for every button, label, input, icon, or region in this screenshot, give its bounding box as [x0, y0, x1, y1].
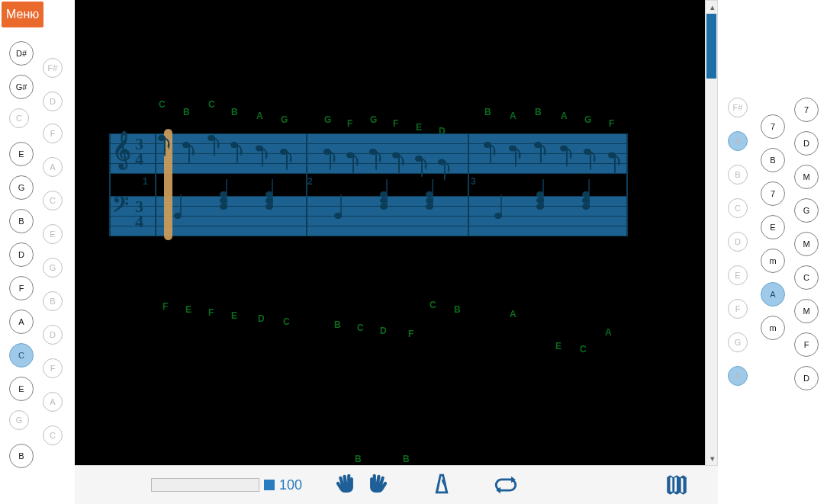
svg-point-30	[416, 156, 423, 162]
bottom-toolbar: 100	[75, 465, 718, 504]
svg-point-96	[537, 204, 544, 210]
svg-point-45	[561, 146, 568, 151]
staff-system-1: 𝄞 𝄢 3 4 3 4 1 2 3	[109, 133, 628, 248]
left-key-G[interactable]: G	[9, 175, 34, 200]
right-key-D[interactable]: D	[728, 232, 748, 252]
note-letter: F	[408, 329, 414, 339]
right-key-G[interactable]: G	[794, 198, 819, 223]
tempo-indicator-icon	[264, 480, 275, 490]
loop-button[interactable]	[493, 472, 519, 498]
left-key-alt-A[interactable]: A	[43, 392, 63, 412]
svg-point-15	[281, 149, 288, 155]
note-letter: D	[258, 313, 265, 324]
note-letter: B	[231, 107, 238, 117]
right-key-A[interactable]: A	[761, 282, 785, 307]
svg-point-36	[484, 143, 491, 148]
left-key-Gsharp[interactable]: G#	[9, 75, 34, 99]
metronome-button[interactable]	[429, 472, 455, 498]
left-key-G[interactable]: G	[9, 410, 29, 430]
vertical-scrollbar[interactable]: ▴ ▾	[705, 0, 718, 466]
view-mode-button[interactable]	[664, 472, 690, 498]
right-key-B[interactable]: B	[761, 148, 785, 172]
svg-point-89	[426, 198, 433, 204]
scrollbar-thumb[interactable]	[706, 14, 716, 79]
right-key-C[interactable]: C	[728, 198, 748, 218]
tempo-value: 100	[279, 477, 302, 493]
right-key-7[interactable]: 7	[761, 114, 785, 139]
right-key-A[interactable]: A	[728, 366, 748, 386]
menu-button[interactable]: Меню	[2, 2, 43, 27]
left-key-E[interactable]: E	[9, 142, 34, 166]
svg-point-0	[159, 136, 166, 141]
left-key-C[interactable]: C	[9, 343, 34, 368]
left-key-alt-C[interactable]: C	[43, 191, 63, 210]
right-key-M[interactable]: M	[794, 165, 819, 189]
left-hand-toggle[interactable]	[333, 472, 359, 498]
right-key-Fsharp[interactable]: F#	[728, 98, 748, 117]
left-key-Dsharp[interactable]: D#	[9, 41, 34, 66]
right-key-m[interactable]: m	[761, 249, 785, 273]
svg-point-3	[183, 143, 190, 148]
left-key-C[interactable]: C	[9, 108, 29, 128]
svg-point-9	[231, 143, 238, 148]
left-key-alt-C[interactable]: C	[43, 425, 63, 445]
svg-point-79	[266, 198, 273, 204]
note-letter: F	[208, 307, 214, 318]
right-key-E[interactable]: E	[761, 215, 785, 239]
right-key-D[interactable]: D	[794, 366, 819, 390]
notes-svg	[109, 118, 628, 252]
left-key-A[interactable]: A	[9, 310, 34, 334]
right-key-7[interactable]: 7	[761, 181, 785, 206]
note-letter: C	[283, 316, 290, 327]
left-key-F[interactable]: F	[9, 276, 34, 300]
left-key-alt-F[interactable]: F	[43, 358, 63, 378]
svg-point-74	[220, 192, 227, 197]
svg-point-98	[583, 192, 590, 197]
note-letter: B	[355, 454, 362, 464]
note-letter: B	[454, 304, 461, 315]
scroll-up-arrow[interactable]: ▴	[706, 1, 719, 14]
svg-point-85	[381, 198, 388, 204]
left-key-alt-D[interactable]: D	[43, 91, 63, 111]
right-key-A[interactable]: A	[728, 131, 748, 151]
left-key-B[interactable]: B	[9, 209, 34, 233]
svg-point-33	[439, 159, 446, 165]
right-key-F[interactable]: F	[794, 332, 819, 357]
right-key-m[interactable]: m	[761, 316, 785, 340]
scroll-down-arrow[interactable]: ▾	[706, 452, 719, 465]
left-key-E[interactable]: E	[9, 377, 34, 401]
note-letter: E	[185, 304, 191, 315]
svg-point-100	[583, 204, 590, 210]
svg-point-95	[537, 198, 544, 204]
left-key-alt-Fsharp[interactable]: F#	[43, 58, 63, 78]
note-letter: D	[380, 326, 387, 336]
note-letter: B	[403, 454, 410, 464]
left-key-D[interactable]: D	[9, 242, 34, 267]
left-key-alt-G[interactable]: G	[43, 258, 63, 278]
left-key-alt-F[interactable]: F	[43, 124, 63, 143]
left-key-alt-A[interactable]: A	[43, 157, 63, 177]
svg-point-48	[584, 149, 591, 155]
right-key-C[interactable]: C	[794, 265, 819, 290]
right-hand-toggle[interactable]	[365, 472, 391, 498]
left-key-alt-D[interactable]: D	[43, 325, 63, 345]
right-key-D[interactable]: D	[794, 131, 819, 156]
svg-point-88	[426, 192, 433, 197]
note-letter: F	[163, 301, 168, 312]
right-key-M[interactable]: M	[794, 299, 819, 323]
right-key-F[interactable]: F	[728, 299, 748, 319]
right-key-B[interactable]: B	[728, 165, 748, 185]
svg-point-12	[256, 146, 263, 151]
left-key-B[interactable]: B	[9, 444, 34, 468]
svg-point-82	[335, 213, 342, 219]
note-letter: E	[231, 310, 237, 321]
right-key-M[interactable]: M	[794, 232, 819, 256]
right-key-E[interactable]: E	[728, 265, 748, 285]
right-key-7[interactable]: 7	[794, 98, 819, 122]
right-key-G[interactable]: G	[728, 332, 748, 352]
progress-slider[interactable]	[151, 478, 259, 492]
svg-point-80	[266, 204, 273, 210]
svg-point-42	[535, 143, 542, 148]
left-key-alt-B[interactable]: B	[43, 291, 63, 311]
left-key-alt-E[interactable]: E	[43, 224, 63, 244]
